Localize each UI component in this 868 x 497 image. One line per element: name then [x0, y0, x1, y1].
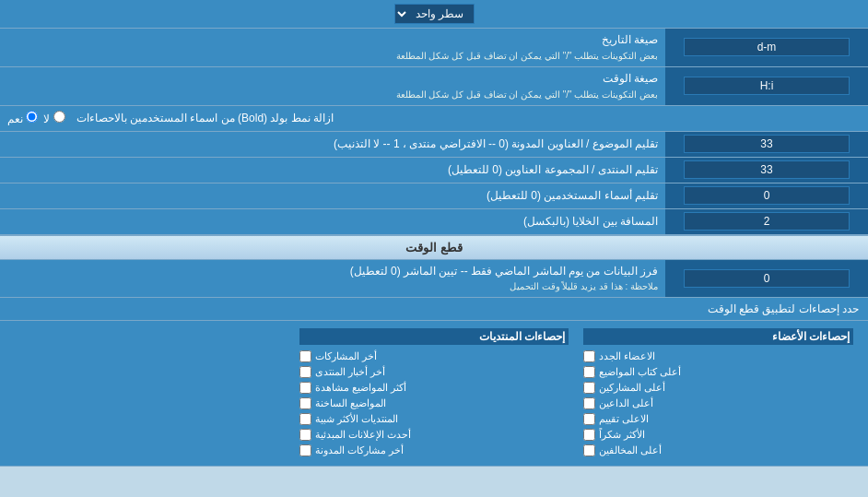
forum-limit-input[interactable] [684, 160, 850, 179]
rows-dropdown[interactable]: سطر واحد سطرين ثلاثة أسطر [394, 4, 475, 24]
realtime-input[interactable] [684, 269, 850, 288]
cb-blog-posts: أخر مشاركات المدونة [299, 443, 569, 458]
top-row: سطر واحد سطرين ثلاثة أسطر [0, 0, 868, 29]
user-limit-input-cell [665, 183, 868, 208]
user-limit-input[interactable] [684, 186, 850, 205]
cb-top-thread-writers: أعلى كتاب المواضيع [583, 364, 853, 380]
cb-most-popular-forums: المنتديات الأكثر شبية [299, 411, 569, 427]
cell-spacing-label: المسافة بين الخلايا (بالبكسل) [0, 209, 665, 234]
date-format-input-cell [665, 29, 868, 66]
date-format-row: صيغة التاريخ بعض التكوينات يتطلب "/" الت… [0, 29, 868, 67]
cb-highest-rated: الاعلى تقييم [583, 411, 853, 427]
subject-limit-row: تقليم الموضوع / العناوين المدونة (0 -- ا… [0, 132, 868, 158]
date-format-label: صيغة التاريخ بعض التكوينات يتطلب "/" الت… [0, 29, 665, 66]
cb-top-inviters-input[interactable] [583, 397, 595, 409]
checkboxes-col-empty [7, 326, 292, 460]
cb-latest-announcements-input[interactable] [299, 429, 311, 441]
stats-apply-label: حدد إحصاءات لتطبيق قطع الوقت [0, 298, 868, 320]
user-limit-row: تقليم أسماء المستخدمين (0 للتعطيل) [0, 183, 868, 209]
cell-spacing-input[interactable] [684, 212, 850, 231]
cb-most-thanked: الأكثر شكراً [583, 427, 853, 443]
cb-hot-topics: المواضيع الساخنة [299, 396, 569, 411]
cb-top-violators-input[interactable] [583, 444, 595, 456]
forum-limit-row: تقليم المنتدى / المجموعة العناوين (0 للت… [0, 158, 868, 183]
realtime-section-header: قطع الوقت [0, 235, 868, 260]
stats-apply-row: حدد إحصاءات لتطبيق قطع الوقت [0, 298, 868, 321]
checkboxes-col2: إحصاءات المنتديات أخر المشاركات أخر أخبا… [292, 326, 577, 460]
cb-forum-news: أخر أخبار المنتدى [299, 364, 569, 380]
realtime-label: فرز البيانات من يوم الماشر الماضي فقط --… [0, 260, 665, 298]
checkboxes-section: إحصاءات المنتديات أخر المشاركات أخر أخبا… [0, 321, 868, 467]
cb-most-viewed: أكثر المواضيع مشاهدة [299, 380, 569, 396]
cb-top-participants: أعلى المشاركين [583, 380, 853, 396]
time-format-label: صيغة الوقت بعض التكوينات يتطلب "/" التي … [0, 67, 665, 105]
date-format-input[interactable] [684, 38, 850, 56]
cb-top-violators: أعلى المخالفين [583, 443, 853, 458]
cb-most-viewed-input[interactable] [299, 382, 311, 394]
bold-remove-row: ازالة نمط بولد (Bold) من اسماء المستخدمي… [0, 106, 868, 132]
subject-limit-input-cell [665, 132, 868, 157]
realtime-input-cell [665, 260, 868, 298]
cb-last-posts: أخر المشاركات [299, 349, 569, 364]
cb-top-inviters: أعلى الداعين [583, 396, 853, 411]
cell-spacing-row: المسافة بين الخلايا (بالبكسل) [0, 209, 868, 235]
subject-limit-label: تقليم الموضوع / العناوين المدونة (0 -- ا… [0, 132, 665, 157]
bold-no-radio[interactable] [53, 111, 65, 123]
cb-new-members: الاعضاء الجدد [583, 349, 853, 364]
cell-spacing-input-cell [665, 209, 868, 234]
cb-highest-rated-input[interactable] [583, 413, 595, 425]
cb-forum-news-input[interactable] [299, 366, 311, 378]
bold-remove-cell: ازالة نمط بولد (Bold) من اسماء المستخدمي… [0, 106, 868, 131]
cb-top-thread-writers-input[interactable] [583, 366, 595, 378]
cb-most-thanked-input[interactable] [583, 429, 595, 441]
col1-header: إحصاءات الأعضاء [583, 328, 853, 345]
time-format-row: صيغة الوقت بعض التكوينات يتطلب "/" التي … [0, 67, 868, 106]
bold-radio-group: نعم لا [7, 111, 65, 125]
checkboxes-grid: إحصاءات المنتديات أخر المشاركات أخر أخبا… [7, 326, 861, 460]
subject-limit-input[interactable] [684, 135, 850, 153]
checkboxes-col1: إحصاءات الأعضاء الاعضاء الجدد أعلى كتاب … [576, 326, 861, 460]
cb-new-members-input[interactable] [583, 350, 595, 362]
cb-last-posts-input[interactable] [299, 350, 311, 362]
forum-limit-input-cell [665, 158, 868, 183]
bold-yes-radio[interactable] [26, 111, 38, 123]
cb-blog-posts-input[interactable] [299, 444, 311, 456]
bold-no-label[interactable]: لا [43, 111, 65, 125]
forum-limit-label: تقليم المنتدى / المجموعة العناوين (0 للت… [0, 158, 665, 183]
realtime-row: فرز البيانات من يوم الماشر الماضي فقط --… [0, 260, 868, 299]
cb-hot-topics-input[interactable] [299, 397, 311, 409]
bold-yes-label[interactable]: نعم [7, 111, 38, 125]
user-limit-label: تقليم أسماء المستخدمين (0 للتعطيل) [0, 183, 665, 208]
cb-most-popular-forums-input[interactable] [299, 413, 311, 425]
col2-header: إحصاءات المنتديات [299, 328, 569, 345]
main-container: سطر واحد سطرين ثلاثة أسطر صيغة التاريخ ب… [0, 0, 868, 467]
cb-latest-announcements: أحدث الإعلانات المبدئية [299, 427, 569, 443]
time-format-input[interactable] [684, 77, 850, 95]
cb-top-participants-input[interactable] [583, 382, 595, 394]
time-format-input-cell [665, 67, 868, 105]
